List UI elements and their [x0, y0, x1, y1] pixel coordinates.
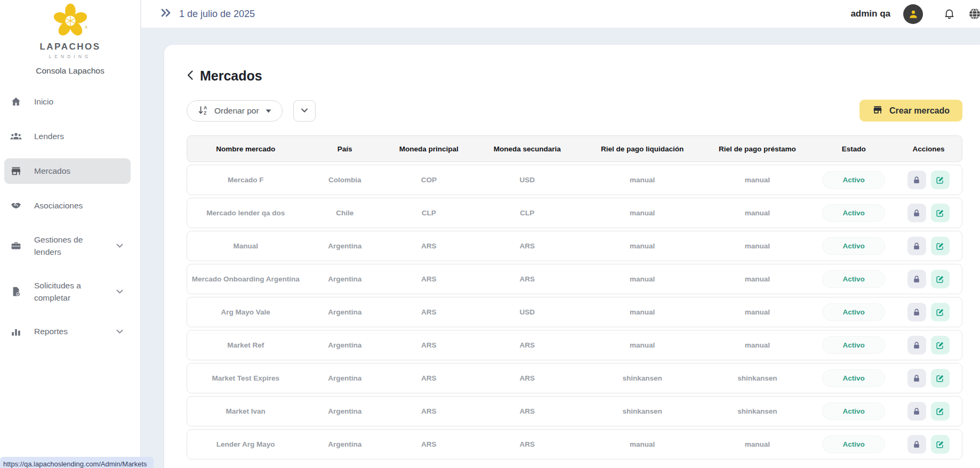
table-header-row: Nombre mercado País Moneda principal Mon…: [187, 135, 962, 162]
cell-pais: Argentina: [304, 341, 385, 349]
expand-filters-button[interactable]: [293, 100, 316, 122]
svg-text:Z: Z: [204, 110, 206, 116]
cell-pais: Argentina: [304, 275, 385, 283]
cell-nombre-mercado: Arg Mayo Vale: [187, 308, 304, 316]
double-chevron-right-icon[interactable]: [160, 7, 172, 20]
cell-estado: Activo: [813, 402, 895, 420]
sidebar-item-label: Mercados: [34, 165, 70, 177]
lock-button[interactable]: [907, 369, 926, 388]
table-row: Lender Arg Mayo Argentina ARS ARS manual…: [187, 429, 962, 459]
sort-by-button[interactable]: A Z Ordenar por: [187, 100, 283, 122]
status-badge: Activo: [822, 336, 885, 354]
edit-button[interactable]: [931, 402, 950, 421]
lock-button[interactable]: [907, 204, 926, 222]
chevron-down-icon[interactable]: [116, 287, 123, 296]
cell-moneda-secundaria: ARS: [472, 440, 582, 448]
edit-button[interactable]: [931, 336, 950, 354]
avatar[interactable]: [903, 4, 923, 24]
status-url-tooltip: https://qa.lapachoslending.com/Admin/Mar…: [0, 457, 154, 468]
lock-button[interactable]: [907, 270, 926, 288]
cell-nombre-mercado: Mercado Onboarding Argentina: [187, 275, 304, 283]
lock-button[interactable]: [907, 303, 926, 321]
cell-riel-prestamo: shinkansen: [702, 374, 812, 382]
cell-moneda-principal: ARS: [385, 242, 472, 250]
edit-button[interactable]: [931, 369, 950, 388]
table-row: Market Test Expires Argentina ARS ARS sh…: [187, 363, 962, 393]
table-row: Manual Argentina ARS ARS manual manual A…: [187, 231, 962, 261]
cell-riel-liquidacion: manual: [582, 176, 702, 184]
back-chevron-icon[interactable]: [187, 70, 194, 83]
svg-text:A: A: [204, 105, 207, 110]
username: admin qa: [850, 9, 890, 19]
cell-moneda-secundaria: ARS: [472, 374, 582, 382]
chevron-down-icon[interactable]: [116, 327, 123, 336]
column-header-nombre-mercado: Nombre mercado: [187, 145, 304, 153]
table-row: Arg Mayo Vale Argentina ARS USD manual m…: [187, 297, 962, 327]
sidebar-item-reportes[interactable]: Reportes: [4, 319, 131, 344]
caret-down-icon: [266, 107, 271, 115]
lock-button[interactable]: [907, 237, 926, 255]
cell-estado: Activo: [813, 171, 895, 189]
chevron-down-icon[interactable]: [116, 241, 123, 251]
cell-moneda-principal: ARS: [385, 407, 472, 415]
cell-moneda-secundaria: USD: [472, 308, 582, 316]
cell-riel-liquidacion: manual: [582, 308, 702, 316]
handshake-icon: [10, 199, 22, 212]
status-badge: Activo: [822, 237, 885, 255]
sidebar-item-solicitudes-a-completar[interactable]: Solicitudes a completar: [4, 273, 131, 310]
cell-moneda-principal: CLP: [385, 209, 472, 217]
status-badge: Activo: [822, 270, 885, 288]
status-badge: Activo: [822, 435, 885, 453]
status-badge: Activo: [822, 402, 885, 420]
table-row: Market Ivan Argentina ARS ARS shinkansen…: [187, 396, 962, 426]
cell-riel-liquidacion: shinkansen: [582, 374, 702, 382]
language-globe-icon[interactable]: [968, 7, 980, 20]
cell-acciones: [895, 369, 962, 388]
cell-riel-prestamo: manual: [702, 176, 812, 184]
column-header-acciones: Acciones: [895, 145, 962, 153]
cell-riel-prestamo: manual: [702, 308, 812, 316]
cell-moneda-principal: COP: [385, 176, 472, 184]
sidebar-item-label: Lenders: [34, 130, 64, 142]
sidebar-item-gestiones-de-lenders[interactable]: Gestiones de lenders: [4, 228, 131, 264]
cell-riel-liquidacion: manual: [582, 440, 702, 448]
lapachos-flower-logo: ®: [51, 3, 90, 41]
page-title-row: Mercados: [187, 68, 962, 84]
home-icon: [10, 95, 22, 108]
sort-az-icon: A Z: [198, 104, 208, 117]
sidebar-item-asociaciones[interactable]: Asociaciones: [4, 193, 131, 219]
create-market-button[interactable]: Crear mercado: [859, 100, 962, 122]
edit-button[interactable]: [931, 270, 950, 288]
cell-riel-prestamo: manual: [702, 275, 812, 283]
cell-estado: Activo: [813, 237, 895, 255]
sidebar-item-mercados[interactable]: Mercados: [4, 158, 131, 184]
cell-nombre-mercado: Market Ivan: [187, 407, 304, 415]
cell-riel-liquidacion: manual: [582, 209, 702, 217]
table-body: Mercado F Colombia COP USD manual manual…: [187, 165, 962, 459]
lock-button[interactable]: [907, 435, 926, 454]
cell-pais: Argentina: [304, 407, 385, 415]
cell-estado: Activo: [813, 204, 895, 222]
edit-button[interactable]: [931, 237, 950, 255]
cell-moneda-principal: ARS: [385, 275, 472, 283]
document-check-icon: [10, 285, 22, 298]
edit-button[interactable]: [931, 204, 950, 222]
sidebar-item-inicio[interactable]: Inicio: [4, 89, 131, 115]
lock-button[interactable]: [907, 336, 926, 354]
edit-button[interactable]: [931, 171, 950, 189]
sidebar-item-label: Inicio: [34, 95, 53, 108]
cell-moneda-secundaria: ARS: [472, 407, 582, 415]
sidebar-item-lenders[interactable]: Lenders: [4, 124, 131, 149]
edit-button[interactable]: [931, 435, 950, 454]
svg-text:®: ®: [85, 26, 87, 29]
cell-estado: Activo: [813, 303, 895, 321]
column-header-moneda-principal: Moneda principal: [385, 145, 472, 153]
cell-acciones: [895, 237, 962, 255]
edit-button[interactable]: [931, 303, 950, 321]
table-row: Mercado lender qa dos Chile CLP CLP manu…: [187, 198, 962, 228]
notifications-bell-icon[interactable]: [943, 7, 955, 20]
lock-button[interactable]: [907, 402, 926, 421]
lock-button[interactable]: [907, 171, 926, 189]
cell-moneda-secundaria: ARS: [472, 275, 582, 283]
cell-estado: Activo: [813, 336, 895, 354]
